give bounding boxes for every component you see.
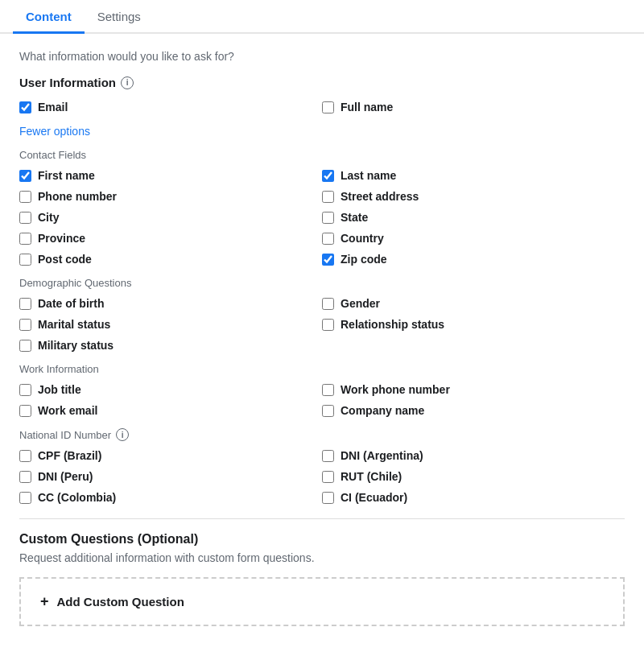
custom-questions-title: Custom Questions (Optional) — [19, 532, 625, 547]
checkbox-cpf-brazil[interactable] — [19, 450, 31, 462]
field-ci-ecuador[interactable]: CI (Ecuador) — [322, 489, 625, 505]
field-country[interactable]: Country — [322, 230, 625, 246]
demographic-questions-title: Demographic Questions — [19, 277, 625, 289]
checkbox-dni-peru[interactable] — [19, 471, 31, 483]
checkbox-work-email[interactable] — [19, 405, 31, 417]
checkbox-first-name[interactable] — [19, 170, 31, 182]
checkbox-post-code[interactable] — [19, 254, 31, 266]
field-email[interactable]: Email — [19, 99, 322, 115]
checkbox-job-title[interactable] — [19, 384, 31, 396]
section-question: What information would you like to ask f… — [19, 50, 625, 63]
checkbox-date-of-birth[interactable] — [19, 298, 31, 310]
field-company-name[interactable]: Company name — [322, 402, 625, 419]
field-work-email[interactable]: Work email — [19, 402, 322, 419]
field-state[interactable]: State — [322, 209, 625, 225]
field-date-of-birth[interactable]: Date of birth — [19, 295, 322, 311]
field-street-address[interactable]: Street address — [322, 188, 625, 204]
label-email[interactable]: Email — [38, 101, 68, 113]
field-marital-status[interactable]: Marital status — [19, 316, 322, 332]
checkbox-state[interactable] — [322, 212, 334, 224]
checkbox-zip-code[interactable] — [322, 254, 334, 266]
field-dni-peru[interactable]: DNI (Peru) — [19, 468, 322, 485]
tabs-bar: Content Settings — [0, 0, 644, 34]
user-information-title: User Information i — [19, 76, 625, 89]
checkbox-rut-chile[interactable] — [322, 471, 334, 483]
checkbox-dni-argentina[interactable] — [322, 450, 334, 462]
checkbox-street-address[interactable] — [322, 191, 334, 203]
checkbox-cc-colombia[interactable] — [19, 492, 31, 504]
checkbox-ci-ecuador[interactable] — [322, 492, 334, 504]
plus-icon: + — [40, 593, 49, 610]
tab-settings[interactable]: Settings — [85, 0, 154, 34]
checkbox-relationship-status[interactable] — [322, 319, 334, 331]
main-content: What information would you like to ask f… — [0, 34, 644, 642]
demographic-fields-grid: Date of birth Gender Marital status Rela… — [19, 295, 625, 353]
checkbox-full-name[interactable] — [322, 101, 334, 113]
work-fields-grid: Job title Work phone number Work email C… — [19, 382, 625, 419]
field-phone-number[interactable]: Phone number — [19, 188, 322, 204]
user-information-fields: Email Full name — [19, 99, 625, 115]
user-information-info-icon[interactable]: i — [121, 76, 134, 89]
field-cpf-brazil[interactable]: CPF (Brazil) — [19, 448, 322, 464]
checkbox-company-name[interactable] — [322, 405, 334, 417]
checkbox-country[interactable] — [322, 233, 334, 245]
contact-fields-grid: First name Last name Phone number Street… — [19, 167, 625, 267]
add-custom-question-label: Add Custom Question — [57, 595, 184, 609]
field-zip-code[interactable]: Zip code — [322, 251, 625, 267]
national-id-info-icon[interactable]: i — [116, 428, 129, 441]
field-relationship-status[interactable]: Relationship status — [322, 316, 625, 332]
checkbox-phone-number[interactable] — [19, 191, 31, 203]
field-military-status[interactable]: Military status — [19, 337, 322, 353]
checkbox-marital-status[interactable] — [19, 319, 31, 331]
field-full-name[interactable]: Full name — [322, 99, 625, 115]
custom-questions-description: Request additional information with cust… — [19, 551, 625, 564]
work-information-title: Work Information — [19, 363, 625, 375]
field-work-phone-number[interactable]: Work phone number — [322, 382, 625, 398]
checkbox-email[interactable] — [19, 101, 31, 113]
add-custom-question-button[interactable]: + Add Custom Question — [19, 577, 625, 626]
checkbox-gender[interactable] — [322, 298, 334, 310]
field-rut-chile[interactable]: RUT (Chile) — [322, 468, 625, 485]
field-first-name[interactable]: First name — [19, 167, 322, 184]
checkbox-last-name[interactable] — [322, 170, 334, 182]
checkbox-province[interactable] — [19, 233, 31, 245]
field-post-code[interactable]: Post code — [19, 251, 322, 267]
field-last-name[interactable]: Last name — [322, 167, 625, 184]
fewer-options-link[interactable]: Fewer options — [19, 125, 90, 138]
checkbox-work-phone-number[interactable] — [322, 384, 334, 396]
field-city[interactable]: City — [19, 209, 322, 225]
checkbox-city[interactable] — [19, 212, 31, 224]
contact-fields-title: Contact Fields — [19, 149, 625, 161]
national-id-fields-grid: CPF (Brazil) DNI (Argentina) DNI (Peru) … — [19, 448, 625, 505]
section-divider — [19, 518, 625, 519]
field-cc-colombia[interactable]: CC (Colombia) — [19, 489, 322, 505]
checkbox-military-status[interactable] — [19, 340, 31, 352]
field-job-title[interactable]: Job title — [19, 382, 322, 398]
field-dni-argentina[interactable]: DNI (Argentina) — [322, 448, 625, 464]
field-province[interactable]: Province — [19, 230, 322, 246]
label-full-name[interactable]: Full name — [341, 101, 393, 113]
field-gender[interactable]: Gender — [322, 295, 625, 311]
national-id-title: National ID Number i — [19, 428, 625, 441]
tab-content[interactable]: Content — [13, 0, 85, 34]
